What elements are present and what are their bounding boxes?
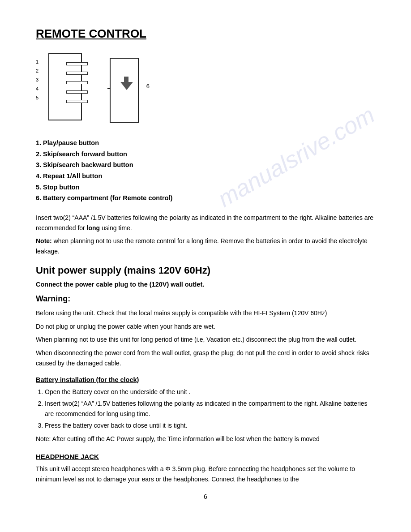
parts-item-3: 3. Skip/search backward button — [36, 159, 375, 171]
warning-line-3: When planning not to use this unit for l… — [36, 335, 375, 345]
note-section: Note: when planning not to use the remot… — [36, 236, 375, 257]
parts-item-5: 5. Stop button — [36, 182, 375, 193]
headphone-text: This unit will accept stereo headphones … — [36, 464, 375, 485]
page-number: 6 — [36, 493, 375, 500]
page-title: REMOTE CONTROL — [36, 27, 375, 41]
remote-btn-2 — [66, 72, 88, 75]
parts-item-1: 1. Play/pause button — [36, 137, 375, 149]
parts-list: 1. Play/pause button 2. Skip/search forw… — [36, 137, 375, 204]
remote-buttons — [66, 62, 88, 103]
remote-btn-3 — [66, 81, 88, 84]
remote-num-4: 4 — [36, 86, 39, 91]
remote-btn-5 — [66, 100, 88, 103]
note-text-content: when planning not to use the remote cont… — [36, 237, 368, 255]
note-label: Note: — [36, 237, 52, 245]
battery-instruction: Insert two(2) “AAA” /1.5V batteries foll… — [36, 213, 375, 233]
battery-clock-list: Open the Battery cover on the underside … — [45, 387, 375, 431]
battery-clock-title: Battery installation (for the clock) — [36, 376, 375, 383]
warning-line-4: When disconnecting the power cord from t… — [36, 348, 375, 369]
remote-num-3: 3 — [36, 77, 39, 82]
headphone-title: HEADPHONE JACK — [36, 453, 375, 460]
remote-btn-1 — [66, 62, 88, 65]
battery-diagram: 6 — [107, 58, 143, 125]
power-supply-title: Unit power supply (mains 120V 60Hz) — [36, 265, 375, 276]
page: manualsrive.com REMOTE CONTROL 1 2 3 4 5 — [0, 0, 411, 532]
battery-clock-item-1: Open the Battery cover on the underside … — [45, 387, 375, 398]
battery-arrow-icon — [120, 82, 133, 90]
remote-body — [48, 53, 82, 120]
battery-clock-item-2: Insert two(2) “AA” /1.5V batteries follo… — [45, 399, 375, 420]
warning-line-2: Do not plug or unplug the power cable wh… — [36, 322, 375, 332]
remote-numbers: 1 2 3 4 5 — [36, 60, 39, 100]
parts-item-4: 4. Repeat 1/All button — [36, 171, 375, 182]
connect-text: Connect the power cable plug to the (120… — [36, 281, 375, 288]
diagram-area: 1 2 3 4 5 6 — [36, 53, 375, 125]
battery-clock-item-3: Press the battery cover back to close un… — [45, 420, 375, 431]
parts-item-1-bold: 1. Play/pause button — [36, 139, 99, 146]
battery-instruction-text: Insert two(2) “AAA” /1.5V batteries foll… — [36, 214, 373, 232]
remote-num-5: 5 — [36, 95, 39, 100]
remote-num-1: 1 — [36, 60, 39, 64]
long-label: long — [87, 224, 100, 232]
warning-line-1: Before using the unit. Check that the lo… — [36, 308, 375, 319]
remote-control-diagram: 1 2 3 4 5 — [36, 53, 90, 125]
battery-body — [110, 58, 139, 123]
warning-title: Warning: — [36, 294, 375, 304]
remote-num-2: 2 — [36, 69, 39, 73]
battery-line — [107, 88, 110, 89]
parts-item-6: 6. Battery compartment (for Remote contr… — [36, 193, 375, 204]
battery-clock-note: Note: After cutting off the AC Power sup… — [36, 434, 375, 445]
battery-compartment-number: 6 — [146, 83, 150, 90]
parts-item-6-bold: 6. Battery compartment (for Remote contr… — [36, 194, 172, 202]
parts-item-4-bold: 4. Repeat 1/All button — [36, 172, 102, 180]
parts-item-2-bold: 2. Skip/search forward button — [36, 150, 127, 158]
parts-item-5-bold: 5. Stop button — [36, 184, 79, 191]
parts-item-2: 2. Skip/search forward button — [36, 149, 375, 160]
parts-item-3-bold: 3. Skip/search backward button — [36, 161, 133, 168]
remote-btn-4 — [66, 90, 88, 94]
